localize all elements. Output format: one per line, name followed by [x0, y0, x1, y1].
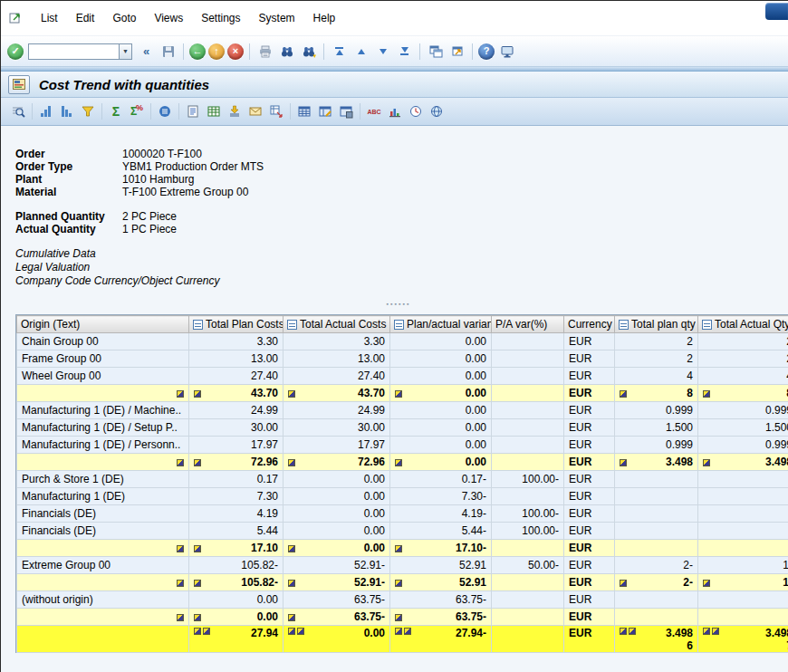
details-icon[interactable] — [8, 101, 28, 121]
cell-origin[interactable]: Wheel Group 00 — [17, 368, 189, 385]
spreadsheet-icon[interactable] — [204, 101, 224, 121]
menu-goto[interactable]: Goto — [103, 8, 145, 28]
cell-total-actual-costs[interactable]: 0.00 — [283, 540, 390, 557]
cell-plan-actual-variance[interactable]: 17.10- — [390, 540, 492, 557]
find-icon[interactable] — [277, 42, 296, 61]
cell-total-plan-costs[interactable]: 72.96 — [189, 454, 283, 471]
cell-pa-var-pct[interactable]: 100.00- — [492, 523, 564, 540]
menu-system[interactable]: System — [250, 8, 304, 28]
cell-origin[interactable]: Manufacturing 1 (DE) — [17, 488, 189, 505]
command-dropdown-button[interactable]: ▼ — [119, 43, 132, 60]
cancel-icon[interactable]: × — [227, 43, 244, 60]
cell-origin[interactable]: Frame Group 00 — [17, 350, 189, 368]
cell-pa-var-pct[interactable]: 100.00- — [492, 505, 564, 523]
cell-currency[interactable]: EUR — [564, 557, 615, 574]
cell-total-actual-qty[interactable] — [698, 505, 788, 523]
table-row[interactable]: Manufacturing 1 (DE) / Personn..17.9717.… — [17, 437, 788, 454]
cell-currency[interactable]: EUR — [564, 402, 615, 419]
menu-help[interactable]: Help — [304, 8, 345, 28]
cell-plan-actual-variance[interactable]: 52.91 — [390, 557, 492, 574]
cell-pa-var-pct[interactable] — [492, 385, 564, 402]
table-row[interactable]: Frame Group 0013.0013.000.00EUR22 — [17, 350, 788, 368]
cell-total-actual-costs[interactable]: 0.00 — [283, 523, 390, 540]
cell-total-plan-costs[interactable]: 4.19 — [189, 505, 283, 523]
back-icon[interactable]: ← — [189, 43, 206, 60]
splitter-handle[interactable]: ▪▪▪▪▪▪ — [15, 300, 782, 308]
subtotal-row[interactable]: 0.0063.75-63.75-EUR — [17, 609, 788, 626]
table-row[interactable]: Purch & Store 1 (DE)0.170.000.17-100.00-… — [17, 471, 788, 488]
cell-pa-var-pct[interactable] — [492, 368, 564, 385]
export-icon[interactable] — [266, 101, 286, 121]
cell-total-plan-qty[interactable]: 2- — [615, 574, 698, 591]
cell-origin[interactable] — [17, 385, 189, 402]
cell-pa-var-pct[interactable] — [492, 626, 564, 653]
cell-plan-actual-variance[interactable]: 0.00 — [390, 368, 492, 385]
cell-total-plan-costs[interactable]: 7.30 — [189, 488, 283, 505]
subtotal-row[interactable]: 72.9672.960.00EUR3.4983.498 — [17, 454, 788, 471]
cell-total-plan-qty[interactable]: 0.999 — [615, 402, 698, 419]
exit-icon[interactable]: ↑ — [208, 43, 225, 60]
cell-origin[interactable] — [17, 609, 189, 626]
cell-plan-actual-variance[interactable]: 0.17- — [390, 471, 492, 488]
choose-layout-icon[interactable] — [294, 101, 314, 121]
cell-currency[interactable]: EUR — [564, 437, 615, 454]
menu-views[interactable]: Views — [145, 8, 192, 28]
cell-pa-var-pct[interactable]: 100.00- — [492, 471, 564, 488]
cell-plan-actual-variance[interactable]: 4.19- — [390, 505, 492, 523]
cell-total-actual-costs[interactable]: 30.00 — [283, 419, 390, 437]
cell-pa-var-pct[interactable] — [492, 402, 564, 419]
cell-origin[interactable]: Extreme Group 00 — [17, 557, 189, 574]
table-row[interactable]: (without origin)0.0063.75-63.75-EUR — [17, 591, 788, 609]
cell-total-plan-qty[interactable] — [615, 591, 698, 609]
cell-total-actual-qty[interactable] — [698, 471, 788, 488]
cell-total-actual-costs[interactable]: 52.91- — [283, 557, 390, 574]
menu-edit[interactable]: Edit — [67, 8, 104, 28]
column-header-origin[interactable]: Origin (Text) — [17, 316, 189, 333]
sort-ascending-icon[interactable] — [36, 101, 56, 121]
cell-total-plan-costs[interactable]: 0.00 — [189, 609, 283, 626]
cell-pa-var-pct[interactable] — [492, 419, 564, 437]
save-icon[interactable] — [159, 42, 178, 61]
cell-currency[interactable]: EUR — [564, 333, 615, 350]
mail-icon[interactable] — [245, 101, 265, 121]
cell-currency[interactable]: EUR — [564, 454, 615, 471]
column-header-currency[interactable]: Currency — [564, 316, 615, 333]
cell-currency[interactable]: EUR — [564, 419, 615, 437]
create-shortcut-icon[interactable] — [447, 42, 466, 61]
cell-total-plan-qty[interactable]: 2 — [615, 350, 698, 368]
cell-total-actual-costs[interactable]: 27.40 — [283, 368, 390, 385]
cell-pa-var-pct[interactable] — [492, 591, 564, 609]
cell-total-plan-qty[interactable]: 2- — [615, 557, 698, 574]
cell-origin[interactable]: Manufacturing 1 (DE) / Machine.. — [17, 402, 189, 419]
cell-total-actual-costs[interactable]: 63.75- — [283, 609, 390, 626]
menu-settings[interactable]: Settings — [192, 8, 249, 28]
cell-currency[interactable]: EUR — [564, 609, 615, 626]
menu-list[interactable]: List — [32, 8, 67, 28]
time-analysis-icon[interactable] — [406, 101, 426, 121]
cell-total-plan-costs[interactable]: 105.82- — [189, 557, 283, 574]
subtotal-row[interactable]: 17.100.0017.10-EUR — [17, 540, 788, 557]
cell-total-actual-costs[interactable]: 63.75- — [283, 591, 390, 609]
cell-total-actual-qty[interactable] — [698, 523, 788, 540]
cell-origin[interactable]: Manufacturing 1 (DE) / Setup P.. — [17, 419, 189, 437]
cell-origin[interactable]: Chain Group 00 — [17, 333, 189, 350]
system-menu-icon[interactable] — [6, 10, 24, 26]
refresh-icon[interactable] — [155, 101, 175, 121]
cell-origin[interactable]: Manufacturing 1 (DE) / Personn.. — [17, 437, 189, 454]
cell-total-plan-costs[interactable]: 105.82- — [189, 574, 283, 591]
cell-total-actual-costs[interactable]: 13.00 — [283, 350, 390, 368]
cell-total-plan-qty[interactable]: 3.498 — [615, 454, 698, 471]
word-processing-icon[interactable] — [183, 101, 203, 121]
sort-descending-icon[interactable] — [57, 101, 77, 121]
last-page-icon[interactable] — [395, 42, 414, 61]
cell-origin[interactable] — [17, 626, 189, 653]
cell-plan-actual-variance[interactable]: 5.44- — [390, 523, 492, 540]
cell-total-actual-qty[interactable]: 3.498 7 — [698, 626, 788, 653]
cell-total-actual-costs[interactable]: 0.00 — [283, 488, 390, 505]
cell-plan-actual-variance[interactable]: 0.00 — [390, 350, 492, 368]
cell-total-actual-qty[interactable] — [698, 591, 788, 609]
cell-total-actual-qty[interactable]: 0.999 — [698, 437, 788, 454]
change-layout-icon[interactable] — [315, 101, 335, 121]
column-header-total-actual-costs[interactable]: Total Actual Costs — [283, 316, 390, 333]
cell-total-actual-qty[interactable]: 8 — [698, 385, 788, 402]
